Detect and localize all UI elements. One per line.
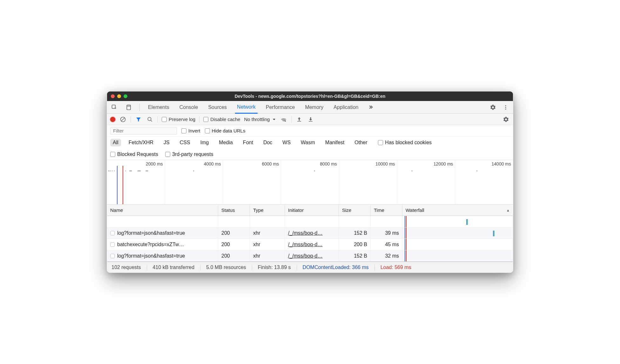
tab-console[interactable]: Console xyxy=(178,101,200,113)
filter-input[interactable] xyxy=(110,127,177,135)
col-name[interactable]: Name xyxy=(107,205,218,216)
invert-checkbox[interactable]: Invert xyxy=(181,128,200,133)
search-icon[interactable] xyxy=(146,116,154,123)
settings-icon[interactable] xyxy=(502,116,510,123)
clear-icon[interactable] xyxy=(119,116,127,123)
hide-data-urls-checkbox[interactable]: Hide data URLs xyxy=(205,128,246,133)
filter-toggle-icon[interactable] xyxy=(135,116,142,123)
network-conditions-icon[interactable] xyxy=(280,116,287,123)
col-size[interactable]: Size xyxy=(339,205,371,216)
cell-initiator[interactable]: /_/mss/boq-d… xyxy=(285,227,339,239)
svg-point-4 xyxy=(505,107,506,108)
cell-initiator[interactable]: /_/mss/boq-d… xyxy=(285,239,339,250)
cell-name: log?format=json&hasfast=true xyxy=(107,227,218,239)
minimize-button[interactable] xyxy=(117,94,121,98)
stat-transferred: 410 kB transferred xyxy=(153,265,195,270)
type-doc[interactable]: Doc xyxy=(261,139,275,146)
third-party-checkbox[interactable]: 3rd-party requests xyxy=(165,152,213,157)
col-initiator[interactable]: Initiator xyxy=(285,205,339,216)
tab-memory[interactable]: Memory xyxy=(303,101,325,113)
cell-waterfall xyxy=(402,239,513,250)
type-font[interactable]: Font xyxy=(240,139,256,146)
svg-line-7 xyxy=(121,118,125,121)
svg-rect-15 xyxy=(112,170,112,172)
cell-time: 39 ms xyxy=(371,227,402,239)
stat-load: Load: 569 ms xyxy=(381,265,411,270)
svg-rect-24 xyxy=(476,170,477,172)
cell-initiator[interactable]: /_/mss/boq-d… xyxy=(285,250,339,262)
type-other[interactable]: Other xyxy=(352,139,370,146)
col-type[interactable]: Type xyxy=(250,205,285,216)
network-toolbar: Preserve log Disable cache No throttling xyxy=(107,114,513,125)
filter-bar: Invert Hide data URLs xyxy=(107,125,513,137)
cell-status: 200 xyxy=(218,250,250,262)
blocked-requests-checkbox[interactable]: Blocked Requests xyxy=(110,152,158,157)
svg-rect-11 xyxy=(297,121,301,122)
row-checkbox-icon[interactable] xyxy=(110,254,115,258)
svg-rect-22 xyxy=(314,170,315,172)
download-har-icon[interactable] xyxy=(307,116,314,123)
more-tabs-icon[interactable] xyxy=(367,103,375,111)
overview-marks xyxy=(107,169,513,173)
checkbox-icon xyxy=(110,152,115,157)
col-status[interactable]: Status xyxy=(218,205,250,216)
tab-performance[interactable]: Performance xyxy=(264,101,297,113)
tab-application[interactable]: Application xyxy=(332,101,360,113)
window-controls xyxy=(111,94,127,98)
type-img[interactable]: Img xyxy=(198,139,212,146)
record-button[interactable] xyxy=(110,117,115,122)
separator xyxy=(158,116,158,123)
upload-har-icon[interactable] xyxy=(295,116,303,123)
tab-elements[interactable]: Elements xyxy=(146,101,171,113)
has-blocked-cookies-checkbox[interactable]: Has blocked cookies xyxy=(378,140,432,145)
row-checkbox-icon[interactable] xyxy=(110,231,115,235)
kebab-menu-icon[interactable] xyxy=(502,103,510,111)
type-wasm[interactable]: Wasm xyxy=(298,139,318,146)
svg-rect-13 xyxy=(108,170,110,172)
svg-rect-23 xyxy=(412,170,413,172)
svg-rect-21 xyxy=(193,170,194,172)
status-bar: 102 requests 410 kB transferred 5.0 MB r… xyxy=(107,262,513,273)
svg-rect-18 xyxy=(129,170,132,172)
cell-waterfall xyxy=(402,227,513,239)
row-checkbox-icon[interactable] xyxy=(110,242,115,247)
svg-line-9 xyxy=(151,120,152,122)
type-ws[interactable]: WS xyxy=(280,139,293,146)
separator xyxy=(291,116,292,123)
inspect-icon[interactable] xyxy=(110,103,118,111)
settings-icon[interactable] xyxy=(489,103,497,111)
cell-time: 45 ms xyxy=(371,239,402,250)
stat-requests: 102 requests xyxy=(111,265,141,270)
svg-rect-14 xyxy=(110,170,111,172)
device-toggle-icon[interactable] xyxy=(125,103,133,111)
window-title: DevTools - news.google.com/topstories?hl… xyxy=(107,94,513,99)
cell-type: xhr xyxy=(250,239,285,250)
type-media[interactable]: Media xyxy=(216,139,235,146)
disable-cache-checkbox[interactable]: Disable cache xyxy=(203,117,240,122)
svg-point-10 xyxy=(285,120,286,122)
cell-size: 152 B xyxy=(339,250,371,262)
svg-rect-1 xyxy=(127,105,131,110)
col-waterfall[interactable]: Waterfall▲ xyxy=(402,205,513,216)
tab-network[interactable]: Network xyxy=(235,101,258,114)
type-fetchxhr[interactable]: Fetch/XHR xyxy=(126,139,156,146)
titlebar: DevTools - news.google.com/topstories?hl… xyxy=(107,91,513,101)
type-all[interactable]: All xyxy=(110,139,121,146)
timeline-overview[interactable]: 2000 ms 4000 ms 6000 ms 8000 ms 10000 ms… xyxy=(107,160,513,205)
maximize-button[interactable] xyxy=(124,94,127,98)
timeline-grid: 2000 ms 4000 ms 6000 ms 8000 ms 10000 ms… xyxy=(107,160,513,204)
throttling-dropdown[interactable]: No throttling xyxy=(244,117,276,122)
checkbox-icon xyxy=(203,117,208,122)
col-time[interactable]: Time xyxy=(371,205,402,216)
checkbox-icon xyxy=(181,128,186,133)
separator xyxy=(199,116,199,123)
svg-rect-17 xyxy=(125,170,126,172)
type-css[interactable]: CSS xyxy=(177,139,193,146)
cell-time: 32 ms xyxy=(371,250,402,262)
close-button[interactable] xyxy=(111,94,115,98)
cell-size: 200 B xyxy=(339,239,371,250)
type-manifest[interactable]: Manifest xyxy=(323,139,347,146)
tab-sources[interactable]: Sources xyxy=(206,101,229,113)
type-js[interactable]: JS xyxy=(161,139,172,146)
preserve-log-checkbox[interactable]: Preserve log xyxy=(162,117,195,122)
